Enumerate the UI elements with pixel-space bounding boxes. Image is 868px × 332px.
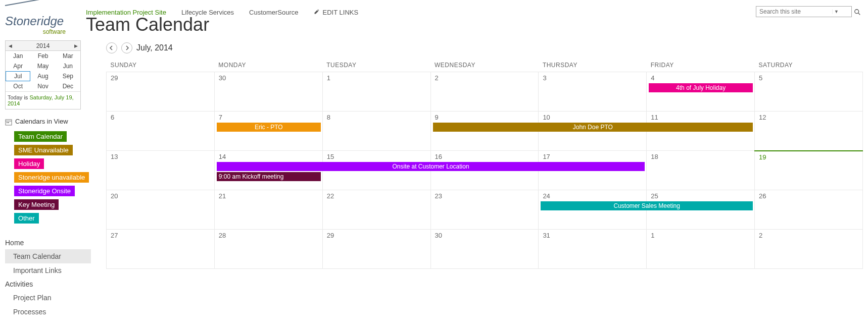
event-bar[interactable]: 4th of July Holiday [649,83,753,92]
day-cell[interactable]: 5 [755,72,863,112]
legend-item[interactable]: Other [14,213,39,224]
mini-month-nov[interactable]: Nov [30,81,55,91]
day-cell[interactable]: 13 [107,151,215,190]
legend-item[interactable]: SME Unavailable [14,145,73,155]
cal-next-button[interactable] [121,42,132,53]
day-cell[interactable]: 17 [539,151,647,190]
nav-customersource[interactable]: CustomerSource [249,9,299,16]
day-number: 12 [755,112,862,123]
legend-item[interactable]: Holiday [14,158,44,169]
day-cell[interactable]: 31 [539,230,647,269]
day-number: 30 [215,72,322,84]
nav-project-plan[interactable]: Project Plan [5,291,91,305]
day-cell[interactable]: 19 [755,151,863,190]
day-cell[interactable]: 1 [322,72,430,112]
day-number: 5 [755,72,862,84]
day-cell[interactable]: 8 [322,112,430,151]
day-number: 14 [215,151,322,162]
day-cell[interactable]: 44th of July Holiday [647,72,755,112]
pencil-icon [314,9,320,16]
legend-item[interactable]: Stoneridge Onsite [14,186,75,196]
day-number: 29 [323,230,430,241]
day-number: 18 [647,151,754,162]
legend-item[interactable]: Team Calendar [14,131,67,142]
mini-month-mar[interactable]: Mar [56,51,80,61]
day-cell[interactable]: 16 [430,151,539,190]
day-cell[interactable]: 18 [647,151,755,190]
day-cell[interactable]: 20 [107,190,215,230]
day-cell[interactable]: 7Eric - PTO [214,112,322,151]
cal-prev-button[interactable] [106,42,117,53]
mini-month-aug[interactable]: Aug [30,71,55,81]
day-cell[interactable]: 25 [647,190,755,230]
event-bar[interactable]: Eric - PTO [217,123,321,132]
mini-month-dec[interactable]: Dec [56,81,80,91]
day-cell[interactable]: 22 [322,190,430,230]
event-bar[interactable]: 9:00 am Kickoff meeting [217,172,321,181]
nav-important-links[interactable]: Important Links [5,263,91,278]
day-cell[interactable]: 9John Doe PTO [430,112,539,151]
day-cell[interactable]: 24Customer Sales Meeting [539,190,647,230]
cal-title: July, 2014 [136,43,173,52]
day-cell[interactable]: 3 [539,72,647,112]
day-number: 20 [107,190,214,202]
nav-team-calendar[interactable]: Team Calendar [5,249,91,263]
day-cell[interactable]: 12 [755,112,863,151]
day-cell[interactable]: 11 [647,112,755,151]
mini-month-feb[interactable]: Feb [30,51,55,61]
day-cell[interactable]: 26 [755,190,863,230]
calendar-grid: SUNDAYMONDAYTUESDAYWEDNESDAYTHURSDAYFRID… [106,59,863,269]
legend-item[interactable]: Stoneridge unavailable [14,172,89,183]
search-icon[interactable] [852,8,863,16]
mini-cal-next-icon[interactable]: ▶ [71,43,80,48]
day-number: 25 [647,190,754,202]
day-cell[interactable]: 27 [107,230,215,269]
day-number: 6 [107,112,214,123]
legend-item[interactable]: Key Meeting [14,199,59,210]
day-number: 16 [431,151,539,162]
day-number: 30 [431,230,539,241]
civ-title: Calendars in View [15,118,68,125]
mini-month-sep[interactable]: Sep [56,71,80,81]
day-cell[interactable]: 15 [322,151,430,190]
day-cell[interactable]: 1 [647,230,755,269]
day-cell[interactable]: 30 [214,72,322,112]
search-dropdown-icon[interactable]: ▼ [832,9,840,14]
logo[interactable]: Stoneridge software [5,3,86,35]
day-number: 7 [215,112,322,123]
nav-activities[interactable]: Activities [5,278,91,291]
mini-cal-year[interactable]: 2014 [15,42,71,49]
day-number: 26 [755,190,862,202]
day-cell[interactable]: 6 [107,112,215,151]
mini-month-apr[interactable]: Apr [6,61,30,71]
day-number: 8 [323,112,430,123]
day-cell[interactable]: 23 [430,190,539,230]
day-header: THURSDAY [539,59,647,72]
mini-month-oct[interactable]: Oct [6,81,30,91]
mini-month-may[interactable]: May [30,61,55,71]
day-cell[interactable]: 2 [430,72,539,112]
mini-cal-prev-icon[interactable]: ◀ [6,43,15,48]
mini-month-jun[interactable]: Jun [56,61,80,71]
day-cell[interactable]: 14Onsite at Customer Location9:00 am Kic… [214,151,322,190]
day-cell[interactable]: 29 [322,230,430,269]
nav-processes[interactable]: Processes [5,305,91,319]
day-cell[interactable]: 10 [539,112,647,151]
day-cell[interactable]: 29 [107,72,215,112]
nav-home[interactable]: Home [5,236,91,249]
day-number: 22 [323,190,430,202]
svg-rect-4 [7,122,8,123]
day-number: 17 [539,151,646,162]
edit-links[interactable]: EDIT LINKS [314,9,359,16]
day-cell[interactable]: 30 [430,230,539,269]
mini-calendar: ◀ 2014 ▶ JanFebMarAprMayJunJulAugSepOctN… [5,40,81,109]
search-input[interactable] [756,7,832,17]
day-cell[interactable]: 28 [214,230,322,269]
mini-month-jul[interactable]: Jul [6,71,30,81]
day-cell[interactable]: 2 [755,230,863,269]
mini-month-jan[interactable]: Jan [6,51,30,61]
day-header: SUNDAY [107,59,215,72]
day-number: 10 [539,112,646,123]
day-cell[interactable]: 21 [214,190,322,230]
day-header: MONDAY [214,59,322,72]
